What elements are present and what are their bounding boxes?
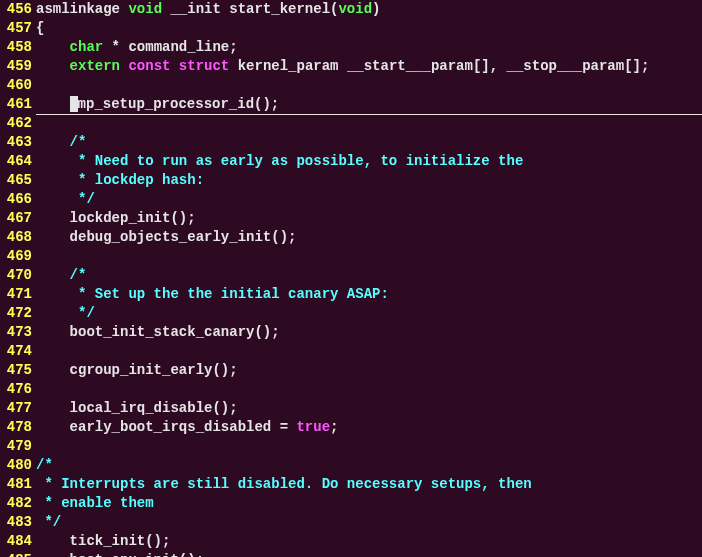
code-line[interactable]: 477 local_irq_disable(); — [0, 399, 702, 418]
code-content[interactable]: debug_objects_early_init(); — [36, 228, 702, 247]
code-line[interactable]: 479 — [0, 437, 702, 456]
code-line[interactable]: 475 cgroup_init_early(); — [0, 361, 702, 380]
code-line[interactable]: 467 lockdep_init(); — [0, 209, 702, 228]
code-line[interactable]: 474 — [0, 342, 702, 361]
code-content[interactable]: mp_setup_processor_id(); — [36, 95, 702, 114]
code-line[interactable]: 461 mp_setup_processor_id(); — [0, 95, 702, 114]
code-line[interactable]: 470 /* — [0, 266, 702, 285]
code-content[interactable] — [36, 437, 702, 456]
code-content[interactable]: boot_init_stack_canary(); — [36, 323, 702, 342]
code-content[interactable]: boot_cpu_init(); — [36, 551, 702, 557]
code-line[interactable]: 482 * enable them — [0, 494, 702, 513]
line-number: 478 — [0, 418, 36, 437]
line-number: 482 — [0, 494, 36, 513]
code-line[interactable]: 478 early_boot_irqs_disabled = true; — [0, 418, 702, 437]
code-content[interactable] — [36, 114, 702, 133]
code-content[interactable]: * enable them — [36, 494, 702, 513]
code-content[interactable]: lockdep_init(); — [36, 209, 702, 228]
code-line[interactable]: 464 * Need to run as early as possible, … — [0, 152, 702, 171]
code-content[interactable]: /* — [36, 266, 702, 285]
code-content[interactable] — [36, 342, 702, 361]
line-number: 461 — [0, 95, 36, 114]
line-number: 467 — [0, 209, 36, 228]
code-content[interactable]: cgroup_init_early(); — [36, 361, 702, 380]
line-number: 465 — [0, 171, 36, 190]
line-number: 476 — [0, 380, 36, 399]
line-number: 484 — [0, 532, 36, 551]
code-content[interactable]: * Need to run as early as possible, to i… — [36, 152, 702, 171]
line-number: 464 — [0, 152, 36, 171]
code-content[interactable]: tick_init(); — [36, 532, 702, 551]
code-content[interactable]: asmlinkage void __init start_kernel(void… — [36, 0, 702, 19]
line-number: 485 — [0, 551, 36, 557]
line-number: 462 — [0, 114, 36, 133]
line-number: 471 — [0, 285, 36, 304]
code-line[interactable]: 472 */ — [0, 304, 702, 323]
code-content[interactable]: */ — [36, 513, 702, 532]
code-line[interactable]: 480/* — [0, 456, 702, 475]
code-content[interactable]: extern const struct kernel_param __start… — [36, 57, 702, 76]
code-content[interactable]: /* — [36, 456, 702, 475]
code-line[interactable]: 476 — [0, 380, 702, 399]
line-number: 481 — [0, 475, 36, 494]
line-number: 475 — [0, 361, 36, 380]
code-line[interactable]: 469 — [0, 247, 702, 266]
code-line[interactable]: 481 * Interrupts are still disabled. Do … — [0, 475, 702, 494]
line-number: 460 — [0, 76, 36, 95]
code-line[interactable]: 457{ — [0, 19, 702, 38]
line-number: 468 — [0, 228, 36, 247]
code-content[interactable]: char * command_line; — [36, 38, 702, 57]
code-content[interactable]: * Set up the the initial canary ASAP: — [36, 285, 702, 304]
code-line[interactable]: 458 char * command_line; — [0, 38, 702, 57]
line-number: 477 — [0, 399, 36, 418]
line-number: 463 — [0, 133, 36, 152]
code-line[interactable]: 484 tick_init(); — [0, 532, 702, 551]
code-line[interactable]: 460 — [0, 76, 702, 95]
code-line[interactable]: 463 /* — [0, 133, 702, 152]
code-line[interactable]: 485 boot_cpu_init(); — [0, 551, 702, 557]
code-content[interactable] — [36, 247, 702, 266]
cursor — [70, 96, 78, 112]
line-number: 458 — [0, 38, 36, 57]
code-line[interactable]: 473 boot_init_stack_canary(); — [0, 323, 702, 342]
code-content[interactable]: /* — [36, 133, 702, 152]
code-content[interactable] — [36, 76, 702, 95]
line-number: 480 — [0, 456, 36, 475]
code-editor[interactable]: 456asmlinkage void __init start_kernel(v… — [0, 0, 702, 557]
line-number: 479 — [0, 437, 36, 456]
code-line[interactable]: 468 debug_objects_early_init(); — [0, 228, 702, 247]
code-line[interactable]: 459 extern const struct kernel_param __s… — [0, 57, 702, 76]
code-content[interactable] — [36, 380, 702, 399]
code-line[interactable]: 471 * Set up the the initial canary ASAP… — [0, 285, 702, 304]
line-number: 483 — [0, 513, 36, 532]
line-number: 473 — [0, 323, 36, 342]
code-content[interactable]: early_boot_irqs_disabled = true; — [36, 418, 702, 437]
code-line[interactable]: 465 * lockdep hash: — [0, 171, 702, 190]
code-content[interactable]: local_irq_disable(); — [36, 399, 702, 418]
code-content[interactable]: */ — [36, 304, 702, 323]
code-line[interactable]: 466 */ — [0, 190, 702, 209]
line-number: 472 — [0, 304, 36, 323]
line-number: 459 — [0, 57, 36, 76]
code-content[interactable]: * lockdep hash: — [36, 171, 702, 190]
line-number: 474 — [0, 342, 36, 361]
code-content[interactable]: { — [36, 19, 702, 38]
line-number: 469 — [0, 247, 36, 266]
line-number: 457 — [0, 19, 36, 38]
line-number: 456 — [0, 0, 36, 19]
code-content[interactable]: * Interrupts are still disabled. Do nece… — [36, 475, 702, 494]
line-number: 466 — [0, 190, 36, 209]
code-line[interactable]: 456asmlinkage void __init start_kernel(v… — [0, 0, 702, 19]
code-line[interactable]: 483 */ — [0, 513, 702, 532]
line-number: 470 — [0, 266, 36, 285]
code-line[interactable]: 462 — [0, 114, 702, 133]
code-content[interactable]: */ — [36, 190, 702, 209]
